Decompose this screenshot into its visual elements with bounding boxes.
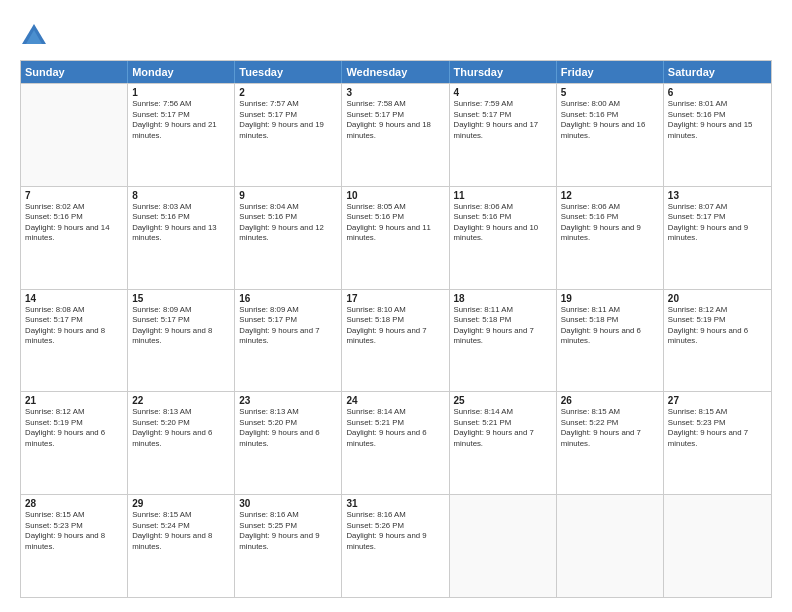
- cell-date-number: 28: [25, 498, 123, 509]
- calendar-cell: 6Sunrise: 8:01 AM Sunset: 5:16 PM Daylig…: [664, 84, 771, 186]
- calendar-cell: 22Sunrise: 8:13 AM Sunset: 5:20 PM Dayli…: [128, 392, 235, 494]
- calendar-cell: 12Sunrise: 8:06 AM Sunset: 5:16 PM Dayli…: [557, 187, 664, 289]
- cell-info: Sunrise: 7:58 AM Sunset: 5:17 PM Dayligh…: [346, 99, 444, 141]
- calendar-cell: 11Sunrise: 8:06 AM Sunset: 5:16 PM Dayli…: [450, 187, 557, 289]
- cell-date-number: 22: [132, 395, 230, 406]
- cell-info: Sunrise: 8:14 AM Sunset: 5:21 PM Dayligh…: [346, 407, 444, 449]
- calendar-cell: 2Sunrise: 7:57 AM Sunset: 5:17 PM Daylig…: [235, 84, 342, 186]
- calendar-header: SundayMondayTuesdayWednesdayThursdayFrid…: [21, 61, 771, 83]
- cell-info: Sunrise: 8:13 AM Sunset: 5:20 PM Dayligh…: [239, 407, 337, 449]
- calendar-cell: 30Sunrise: 8:16 AM Sunset: 5:25 PM Dayli…: [235, 495, 342, 597]
- cell-info: Sunrise: 8:09 AM Sunset: 5:17 PM Dayligh…: [132, 305, 230, 347]
- calendar-cell: 28Sunrise: 8:15 AM Sunset: 5:23 PM Dayli…: [21, 495, 128, 597]
- cell-date-number: 21: [25, 395, 123, 406]
- cell-date-number: 17: [346, 293, 444, 304]
- calendar-week-4: 21Sunrise: 8:12 AM Sunset: 5:19 PM Dayli…: [21, 391, 771, 494]
- calendar-cell: 23Sunrise: 8:13 AM Sunset: 5:20 PM Dayli…: [235, 392, 342, 494]
- calendar-week-2: 7Sunrise: 8:02 AM Sunset: 5:16 PM Daylig…: [21, 186, 771, 289]
- cell-info: Sunrise: 8:09 AM Sunset: 5:17 PM Dayligh…: [239, 305, 337, 347]
- cell-info: Sunrise: 8:06 AM Sunset: 5:16 PM Dayligh…: [561, 202, 659, 244]
- cell-date-number: 23: [239, 395, 337, 406]
- cell-date-number: 1: [132, 87, 230, 98]
- calendar-cell: 16Sunrise: 8:09 AM Sunset: 5:17 PM Dayli…: [235, 290, 342, 392]
- cell-date-number: 19: [561, 293, 659, 304]
- calendar-cell: [21, 84, 128, 186]
- cell-info: Sunrise: 8:12 AM Sunset: 5:19 PM Dayligh…: [25, 407, 123, 449]
- calendar-cell: 10Sunrise: 8:05 AM Sunset: 5:16 PM Dayli…: [342, 187, 449, 289]
- cell-date-number: 7: [25, 190, 123, 201]
- calendar-cell: 19Sunrise: 8:11 AM Sunset: 5:18 PM Dayli…: [557, 290, 664, 392]
- calendar-cell: [450, 495, 557, 597]
- page: SundayMondayTuesdayWednesdayThursdayFrid…: [0, 0, 792, 612]
- calendar-cell: 17Sunrise: 8:10 AM Sunset: 5:18 PM Dayli…: [342, 290, 449, 392]
- cell-date-number: 3: [346, 87, 444, 98]
- calendar-cell: 20Sunrise: 8:12 AM Sunset: 5:19 PM Dayli…: [664, 290, 771, 392]
- cell-date-number: 31: [346, 498, 444, 509]
- cell-info: Sunrise: 8:14 AM Sunset: 5:21 PM Dayligh…: [454, 407, 552, 449]
- calendar-cell: 5Sunrise: 8:00 AM Sunset: 5:16 PM Daylig…: [557, 84, 664, 186]
- calendar-cell: [664, 495, 771, 597]
- calendar-cell: 14Sunrise: 8:08 AM Sunset: 5:17 PM Dayli…: [21, 290, 128, 392]
- calendar-cell: 29Sunrise: 8:15 AM Sunset: 5:24 PM Dayli…: [128, 495, 235, 597]
- calendar-cell: 4Sunrise: 7:59 AM Sunset: 5:17 PM Daylig…: [450, 84, 557, 186]
- cell-info: Sunrise: 8:08 AM Sunset: 5:17 PM Dayligh…: [25, 305, 123, 347]
- calendar-cell: 15Sunrise: 8:09 AM Sunset: 5:17 PM Dayli…: [128, 290, 235, 392]
- cell-date-number: 6: [668, 87, 767, 98]
- cell-info: Sunrise: 8:15 AM Sunset: 5:23 PM Dayligh…: [668, 407, 767, 449]
- cell-info: Sunrise: 8:01 AM Sunset: 5:16 PM Dayligh…: [668, 99, 767, 141]
- cell-info: Sunrise: 8:10 AM Sunset: 5:18 PM Dayligh…: [346, 305, 444, 347]
- calendar-cell: 31Sunrise: 8:16 AM Sunset: 5:26 PM Dayli…: [342, 495, 449, 597]
- cell-date-number: 20: [668, 293, 767, 304]
- cell-date-number: 8: [132, 190, 230, 201]
- calendar-cell: 3Sunrise: 7:58 AM Sunset: 5:17 PM Daylig…: [342, 84, 449, 186]
- cell-date-number: 16: [239, 293, 337, 304]
- day-header-sunday: Sunday: [21, 61, 128, 83]
- cell-info: Sunrise: 8:11 AM Sunset: 5:18 PM Dayligh…: [454, 305, 552, 347]
- calendar-cell: [557, 495, 664, 597]
- cell-info: Sunrise: 8:11 AM Sunset: 5:18 PM Dayligh…: [561, 305, 659, 347]
- cell-info: Sunrise: 8:16 AM Sunset: 5:26 PM Dayligh…: [346, 510, 444, 552]
- cell-info: Sunrise: 8:05 AM Sunset: 5:16 PM Dayligh…: [346, 202, 444, 244]
- calendar-cell: 18Sunrise: 8:11 AM Sunset: 5:18 PM Dayli…: [450, 290, 557, 392]
- calendar-week-5: 28Sunrise: 8:15 AM Sunset: 5:23 PM Dayli…: [21, 494, 771, 597]
- cell-date-number: 25: [454, 395, 552, 406]
- cell-date-number: 11: [454, 190, 552, 201]
- day-header-thursday: Thursday: [450, 61, 557, 83]
- calendar-cell: 21Sunrise: 8:12 AM Sunset: 5:19 PM Dayli…: [21, 392, 128, 494]
- cell-date-number: 4: [454, 87, 552, 98]
- cell-date-number: 15: [132, 293, 230, 304]
- cell-date-number: 14: [25, 293, 123, 304]
- cell-info: Sunrise: 8:15 AM Sunset: 5:23 PM Dayligh…: [25, 510, 123, 552]
- day-header-friday: Friday: [557, 61, 664, 83]
- calendar-body: 1Sunrise: 7:56 AM Sunset: 5:17 PM Daylig…: [21, 83, 771, 597]
- calendar-cell: 27Sunrise: 8:15 AM Sunset: 5:23 PM Dayli…: [664, 392, 771, 494]
- cell-date-number: 29: [132, 498, 230, 509]
- header: [20, 18, 772, 50]
- cell-info: Sunrise: 8:15 AM Sunset: 5:22 PM Dayligh…: [561, 407, 659, 449]
- cell-info: Sunrise: 8:13 AM Sunset: 5:20 PM Dayligh…: [132, 407, 230, 449]
- cell-info: Sunrise: 7:57 AM Sunset: 5:17 PM Dayligh…: [239, 99, 337, 141]
- cell-date-number: 13: [668, 190, 767, 201]
- cell-info: Sunrise: 8:04 AM Sunset: 5:16 PM Dayligh…: [239, 202, 337, 244]
- cell-date-number: 5: [561, 87, 659, 98]
- calendar-cell: 9Sunrise: 8:04 AM Sunset: 5:16 PM Daylig…: [235, 187, 342, 289]
- cell-info: Sunrise: 7:59 AM Sunset: 5:17 PM Dayligh…: [454, 99, 552, 141]
- day-header-tuesday: Tuesday: [235, 61, 342, 83]
- cell-info: Sunrise: 8:06 AM Sunset: 5:16 PM Dayligh…: [454, 202, 552, 244]
- cell-info: Sunrise: 8:07 AM Sunset: 5:17 PM Dayligh…: [668, 202, 767, 244]
- cell-date-number: 24: [346, 395, 444, 406]
- calendar: SundayMondayTuesdayWednesdayThursdayFrid…: [20, 60, 772, 598]
- calendar-cell: 25Sunrise: 8:14 AM Sunset: 5:21 PM Dayli…: [450, 392, 557, 494]
- day-header-monday: Monday: [128, 61, 235, 83]
- calendar-cell: 24Sunrise: 8:14 AM Sunset: 5:21 PM Dayli…: [342, 392, 449, 494]
- calendar-week-3: 14Sunrise: 8:08 AM Sunset: 5:17 PM Dayli…: [21, 289, 771, 392]
- cell-date-number: 26: [561, 395, 659, 406]
- calendar-cell: 8Sunrise: 8:03 AM Sunset: 5:16 PM Daylig…: [128, 187, 235, 289]
- cell-date-number: 2: [239, 87, 337, 98]
- cell-date-number: 9: [239, 190, 337, 201]
- logo: [20, 22, 52, 50]
- calendar-week-1: 1Sunrise: 7:56 AM Sunset: 5:17 PM Daylig…: [21, 83, 771, 186]
- day-header-saturday: Saturday: [664, 61, 771, 83]
- cell-info: Sunrise: 8:03 AM Sunset: 5:16 PM Dayligh…: [132, 202, 230, 244]
- cell-info: Sunrise: 8:12 AM Sunset: 5:19 PM Dayligh…: [668, 305, 767, 347]
